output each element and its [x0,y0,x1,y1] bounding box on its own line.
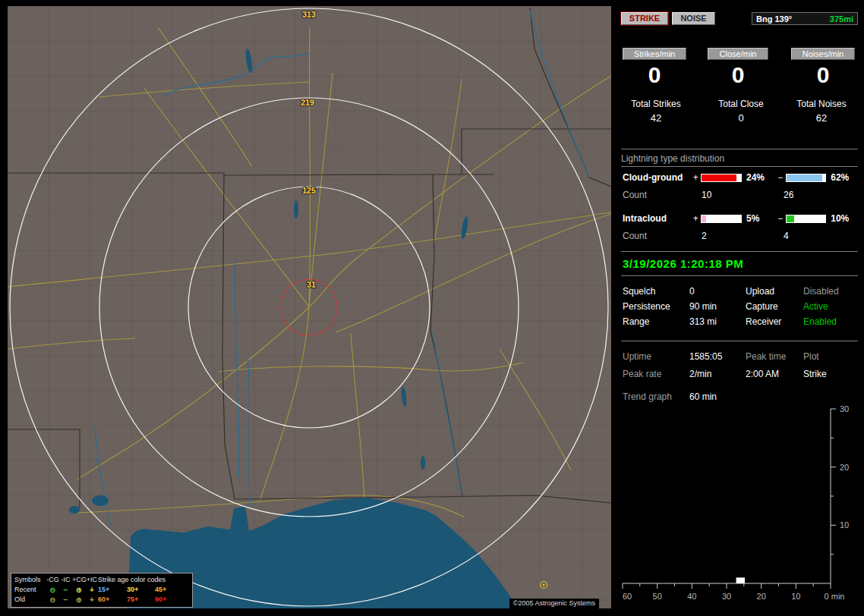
ring-label-31: 31 [307,280,316,289]
cg-minus-pct: 62% [829,172,859,183]
ic-plus-pct: 5% [745,213,775,224]
legend-col-pos-cg: +CG [72,575,86,585]
legend-col-pos-ic: +IC [86,575,98,585]
total-strikes-label: Total Strikes [621,99,691,109]
cg-plus-bar [701,174,742,182]
x-tick-60: 60 [623,592,632,601]
upload-status: Disabled [803,286,839,297]
ic-minus-pct: 10% [829,213,859,224]
legend-header-row: Symbols -CG -IC +CG +IC Strike age color… [14,575,189,585]
legend-recent-label: Recent [14,585,46,595]
x-tick-40: 40 [687,592,696,601]
cloud-ground-row: Cloud-ground + 24% − 62% [623,172,859,183]
age-45: 45+ [155,585,183,595]
rate-values: 0 0 0 [621,62,858,90]
map-canvas: 313 219 125 31 [8,6,611,608]
bearing-readout: Bng 139° 375mi [752,12,858,25]
legend-age-title: Strike age color codes [98,575,183,585]
app-window: 313 219 125 31 Symbols -CG -IC +CG +IC S… [0,0,864,616]
strikes-per-min-chip: Strikes/min [623,48,686,60]
pos-cg-old-icon: ⊕ [72,595,86,605]
ic-minus-count: 4 [784,231,789,241]
capture-label: Capture [746,301,778,312]
trend-bars [736,577,745,583]
divider [621,341,858,341]
minus-sign: − [775,213,786,224]
status-row-persistence: Persistence 90 min Capture Active [621,301,858,313]
plot-value: Strike [803,369,827,379]
neg-cg-old-icon: ⊖ [46,595,59,605]
receiver-label: Receiver [746,316,781,327]
neg-ic-old-icon: − [59,595,72,605]
cloud-ground-label: Cloud-ground [623,172,690,183]
legend-col-neg-cg: -CG [46,575,59,585]
total-noises-label: Total Noises [785,99,858,109]
total-close-value: 0 [706,112,776,124]
strikes-per-min-value: 0 [623,62,686,88]
age-90: 90+ [155,595,183,605]
legend-old-label: Old [14,595,46,605]
trend-row: Trend graph 60 min [621,391,858,404]
rate-chips: Strikes/min Close/min Noises/min [621,48,858,61]
legend-recent-row: Recent ⊖ − ⊕ + 15+ 30+ 45+ [14,585,189,595]
divider [621,251,858,252]
plus-sign: + [690,172,701,183]
pos-ic-old-icon: + [86,595,98,605]
noise-mode-button[interactable]: NOISE [672,12,715,25]
ic-minus-bar [786,215,827,223]
intracloud-count-row: Count 2 4 [621,231,858,241]
squelch-value: 0 [689,286,695,297]
uptime-value: 1585:05 [689,351,722,362]
y-tick-20: 20 [840,463,849,472]
trend-axes [623,409,836,589]
intracloud-row: Intracloud + 5% − 10% [623,213,859,224]
sidebar: STRIKE NOISE Bng 139° 375mi Strikes/min … [621,0,858,616]
cg-minus-bar [786,174,827,182]
total-close-label: Total Close [706,99,776,109]
receiver-status: Enabled [803,316,837,327]
noises-per-min-chip: Noises/min [791,48,855,60]
peak-time-label: Peak time [746,351,786,362]
legend-col-neg-ic: -IC [59,575,72,585]
cg-minus-count: 26 [784,190,793,200]
persistence-value: 90 min [689,301,717,312]
count-label: Count [623,231,647,241]
session-row-2: Peak rate 2/min 2:00 AM Strike [621,369,858,381]
count-label: Count [623,190,647,200]
peak-time-value: 2:00 AM [746,369,779,379]
ring-label-313: 313 [302,10,316,19]
distribution-title: Lightning type distribution [621,153,858,167]
divider [621,149,858,149]
upload-label: Upload [746,286,774,297]
x-tick-0min: 0 min [825,592,845,601]
current-datetime: 3/19/2026 1:20:18 PM [623,257,859,270]
neg-ic-recent-icon: − [59,585,72,595]
y-tick-30: 30 [840,405,849,413]
y-tick-10: 10 [840,520,849,530]
close-per-min-value: 0 [708,62,768,88]
lightning-map[interactable]: 313 219 125 31 Symbols -CG -IC +CG +IC S… [8,6,611,608]
peak-rate-label: Peak rate [623,369,661,379]
x-tick-50: 50 [653,592,662,601]
ring-label-219: 219 [301,98,314,107]
total-noises-value: 62 [785,112,858,124]
uptime-label: Uptime [623,351,651,362]
trend-graph-label: Trend graph [623,391,672,402]
cloud-ground-count-row: Count 10 26 [621,190,858,200]
x-tick-20: 20 [757,592,766,601]
capture-status: Active [803,301,828,312]
minus-sign: − [775,172,786,183]
age-75: 75+ [127,595,155,605]
age-60: 60+ [98,595,127,605]
plot-label: Plot [803,351,819,362]
copyright-text: ©2005 Astrogenic Systems [509,599,599,608]
status-row-squelch: Squelch 0 Upload Disabled [621,286,858,298]
legend-old-row: Old ⊖ − ⊕ + 60+ 75+ 90+ [14,595,189,605]
cg-plus-count: 10 [702,190,711,200]
strike-mode-button[interactable]: STRIKE [621,12,668,25]
squelch-label: Squelch [623,286,655,297]
age-30: 30+ [127,585,155,595]
intracloud-label: Intracloud [623,213,690,224]
x-tick-10: 10 [791,592,800,601]
session-row-1: Uptime 1585:05 Peak time Plot [621,351,858,363]
